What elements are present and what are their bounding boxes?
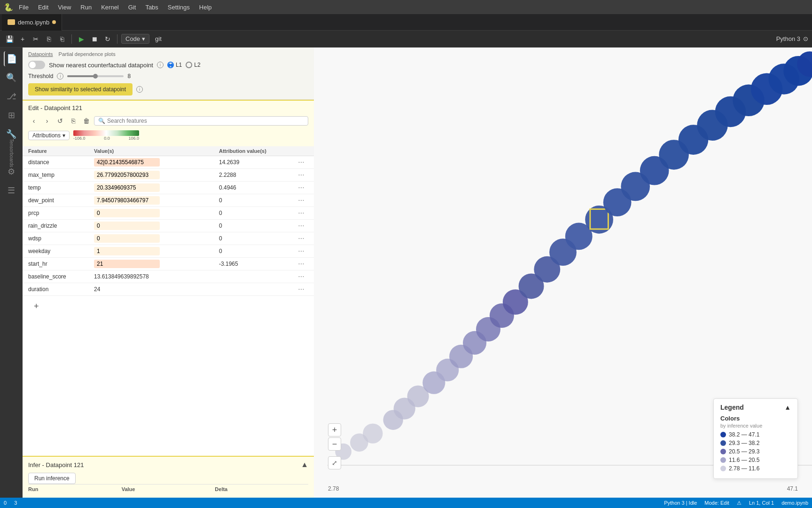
- partial-dep-tab[interactable]: Partial dependence plots: [59, 51, 116, 57]
- color-bar-min: -106.0: [73, 136, 86, 141]
- delete-button[interactable]: 🗑: [81, 115, 92, 127]
- undo-button[interactable]: ↺: [55, 115, 66, 127]
- add-cell-button[interactable]: +: [17, 33, 28, 45]
- activity-extensions[interactable]: ⊞: [4, 108, 19, 123]
- threshold-row: Threshold i 8: [28, 73, 308, 79]
- status-branch: 0: [4, 500, 7, 506]
- more-btn-rain[interactable]: ···: [294, 222, 308, 230]
- feature-name-maxtemp: max_temp: [28, 172, 94, 178]
- value-cell-dewpoint: [94, 196, 219, 205]
- more-btn-temp[interactable]: ···: [294, 183, 308, 192]
- activity-settings[interactable]: ⚙: [4, 164, 19, 179]
- next-button[interactable]: ›: [41, 115, 53, 127]
- search-input[interactable]: [107, 118, 304, 124]
- activity-tensorboard[interactable]: Tensorboards: [4, 145, 19, 160]
- search-box: 🔍: [94, 116, 308, 126]
- save-button[interactable]: 💾: [4, 33, 15, 45]
- l2-label: L2: [194, 62, 200, 68]
- kernel-select[interactable]: Code ▾: [121, 34, 149, 44]
- legend-item-2: 29.3 — 38.2: [720, 440, 791, 446]
- table-header: Feature Value(s) Attribution value(s): [23, 146, 314, 156]
- more-btn-distance[interactable]: ···: [294, 158, 308, 167]
- zoom-in-button[interactable]: +: [328, 423, 341, 437]
- menu-help[interactable]: Help: [195, 3, 216, 12]
- more-btn-weekday[interactable]: ···: [294, 247, 308, 255]
- value-input-prcp[interactable]: [94, 209, 160, 217]
- main-layout: 📄 🔍 ⎇ ⊞ 🔧 Tensorboards ⚙ ☰ Datapoints Pa…: [0, 48, 812, 498]
- nearest-counterfactual-info[interactable]: i: [157, 62, 164, 68]
- nearest-counterfactual-row: Show nearest counterfactual datapoint i …: [28, 61, 308, 69]
- l2-radio[interactable]: L2: [186, 62, 200, 68]
- menu-git[interactable]: Git: [125, 3, 140, 12]
- activity-search[interactable]: 🔍: [4, 70, 19, 85]
- value-input-wdsp[interactable]: [94, 234, 160, 243]
- similarity-button[interactable]: Show similarity to selected datapoint: [28, 83, 133, 95]
- expand-button[interactable]: ⤢: [328, 456, 341, 469]
- value-input-rain[interactable]: [94, 222, 160, 230]
- menu-tabs[interactable]: Tabs: [141, 3, 162, 12]
- similarity-info[interactable]: i: [136, 86, 143, 93]
- menu-kernel[interactable]: Kernel: [97, 3, 123, 12]
- attr-distance: 14.2639: [219, 159, 294, 166]
- color-bar-max: 106.0: [128, 136, 139, 141]
- tab-notebook[interactable]: demo.ipynb: [2, 14, 62, 31]
- l1-radio[interactable]: L1: [167, 62, 182, 68]
- activity-bar: 📄 🔍 ⎇ ⊞ 🔧 Tensorboards ⚙ ☰: [0, 48, 23, 498]
- menu-run[interactable]: Run: [77, 3, 95, 12]
- value-input-maxtemp[interactable]: [94, 171, 160, 179]
- stop-button[interactable]: ⏹: [89, 33, 100, 45]
- attr-wdsp: 0: [219, 235, 294, 242]
- datapoints-tab[interactable]: Datapoints: [28, 51, 53, 57]
- run-inference-button[interactable]: Run inference: [28, 473, 76, 484]
- color-bar: [73, 130, 139, 136]
- threshold-slider-thumb[interactable]: [93, 74, 98, 79]
- more-btn-dewpoint[interactable]: ···: [294, 196, 308, 205]
- more-btn-prcp[interactable]: ···: [294, 209, 308, 217]
- edit-section-header: Edit - Datapoint 121 ‹ › ↺ ⎘ 🗑 🔍 Attribu…: [23, 100, 314, 146]
- legend-header: Legend ▲: [720, 404, 791, 411]
- infer-collapse-icon[interactable]: ▲: [301, 460, 308, 469]
- value-input-weekday[interactable]: [94, 247, 160, 255]
- more-btn-maxtemp[interactable]: ···: [294, 171, 308, 179]
- restart-button[interactable]: ↻: [102, 33, 113, 45]
- run-button[interactable]: ▶: [76, 33, 87, 45]
- paste-button[interactable]: ⎗: [56, 33, 68, 45]
- menu-edit[interactable]: Edit: [34, 3, 52, 12]
- attributions-select[interactable]: Attributions ▾: [28, 131, 70, 140]
- zoom-out-button[interactable]: −: [328, 437, 341, 451]
- table-row: wdsp 0 ···: [23, 232, 314, 245]
- status-file: demo.ipynb: [781, 500, 808, 506]
- python-label: Python 3: [776, 35, 800, 42]
- value-input-distance[interactable]: [94, 158, 160, 167]
- more-btn-wdsp[interactable]: ···: [294, 234, 308, 243]
- menu-file[interactable]: File: [15, 3, 32, 12]
- value-cell-weekday: [94, 247, 219, 255]
- threshold-slider[interactable]: [67, 75, 124, 77]
- axis-max-label: 47.1: [787, 485, 798, 492]
- legend-label-1: 38.2 — 47.1: [729, 431, 759, 438]
- legend-collapse-icon[interactable]: ▲: [784, 404, 791, 411]
- add-feature-button[interactable]: +: [28, 298, 45, 315]
- activity-pages[interactable]: ☰: [4, 183, 19, 198]
- legend-subtitle: by inference value: [720, 423, 791, 429]
- nearest-counterfactual-toggle[interactable]: [28, 61, 45, 69]
- prev-button[interactable]: ‹: [28, 115, 39, 127]
- more-btn-duration[interactable]: ···: [294, 285, 308, 294]
- menu-settings[interactable]: Settings: [164, 3, 194, 12]
- menu-view[interactable]: View: [54, 3, 75, 12]
- threshold-info[interactable]: i: [57, 73, 63, 79]
- search-icon: 🔍: [98, 118, 105, 124]
- copy-edit-button[interactable]: ⎘: [68, 115, 79, 127]
- attributions-label: Attributions: [32, 132, 61, 139]
- edit-title: Edit - Datapoint 121: [28, 104, 308, 111]
- value-input-temp[interactable]: [94, 183, 160, 192]
- activity-git[interactable]: ⎇: [4, 89, 19, 104]
- value-input-starthr[interactable]: [94, 260, 160, 268]
- activity-files[interactable]: 📄: [4, 51, 19, 66]
- feature-name-dewpoint: dew_point: [28, 197, 94, 204]
- cut-button[interactable]: ✂: [30, 33, 41, 45]
- more-btn-starthr[interactable]: ···: [294, 260, 308, 268]
- value-input-dewpoint[interactable]: [94, 196, 160, 205]
- copy-button[interactable]: ⎘: [43, 33, 55, 45]
- more-btn-baseline[interactable]: ···: [294, 272, 308, 281]
